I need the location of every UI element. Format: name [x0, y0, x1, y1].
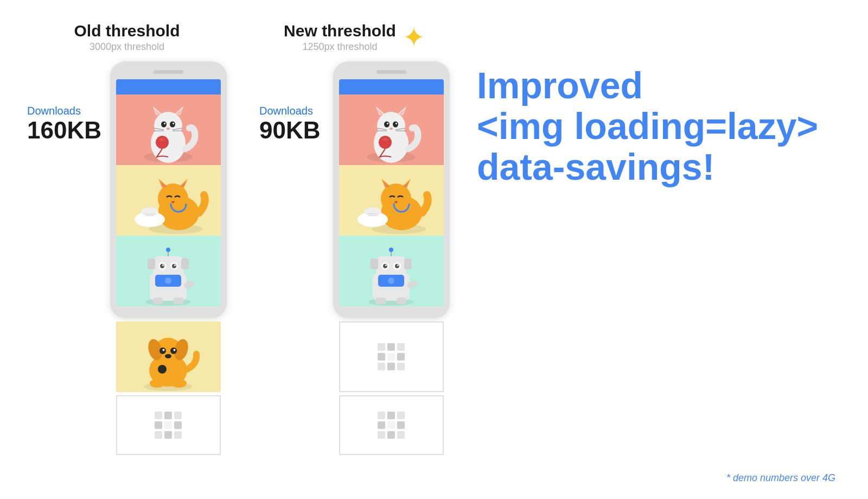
old-below-phone [116, 321, 221, 455]
svg-point-61 [150, 379, 165, 388]
svg-point-80 [382, 138, 388, 141]
new-cat2-svg [339, 165, 444, 236]
new-phone-screen [339, 79, 444, 306]
svg-point-62 [171, 379, 187, 388]
sparkle-icon: ✦ [403, 24, 425, 51]
new-download-size: 90KB [259, 117, 324, 143]
new-tile-cat2 [339, 165, 444, 236]
old-phone-area [110, 61, 227, 455]
svg-point-55 [159, 348, 166, 354]
new-loading-tile-2 [339, 395, 444, 455]
old-extra-tile-dog [116, 321, 221, 392]
svg-point-28 [141, 207, 158, 216]
new-tile-dog [339, 236, 444, 306]
phone-blue-bar [116, 79, 221, 94]
new-cat-svg [339, 94, 444, 165]
svg-point-88 [394, 201, 398, 203]
svg-point-16 [156, 136, 169, 149]
svg-point-65 [377, 112, 405, 140]
svg-rect-98 [371, 258, 378, 269]
new-download-info: Downloads 90KB [259, 61, 324, 143]
svg-point-105 [397, 264, 399, 266]
svg-point-73 [395, 123, 397, 124]
loading-spinner-new-2 [378, 412, 405, 439]
svg-point-74 [390, 128, 393, 130]
svg-point-104 [385, 264, 387, 266]
footnote: * demo numbers over 4G [726, 472, 835, 484]
old-threshold-title: Old threshold [74, 22, 180, 40]
svg-point-58 [173, 349, 175, 351]
svg-point-8 [170, 122, 175, 128]
loading-spinner-new-1 [378, 343, 405, 370]
new-phone-notch [376, 70, 406, 74]
svg-point-40 [172, 264, 176, 268]
svg-marker-23 [159, 181, 167, 187]
svg-rect-99 [404, 258, 412, 269]
new-threshold-text: New threshold 1250px threshold [284, 22, 396, 53]
svg-marker-24 [180, 181, 187, 187]
old-phone-group: Downloads 160KB [27, 61, 227, 455]
old-threshold-label: Old threshold 3000px threshold [74, 22, 180, 53]
dog2-svg [116, 321, 221, 392]
svg-point-56 [170, 348, 177, 354]
svg-marker-87 [403, 181, 410, 187]
svg-point-17 [159, 138, 165, 141]
new-phone-area [333, 61, 450, 455]
old-threshold-subtitle: 3000px threshold [74, 41, 180, 53]
svg-point-11 [167, 128, 170, 130]
svg-point-42 [174, 264, 176, 266]
headline: Improved <img loading=lazy> data-savings… [477, 65, 841, 187]
new-threshold-label: New threshold 1250px threshold ✦ [284, 22, 425, 53]
svg-point-44 [165, 277, 171, 284]
svg-point-103 [395, 264, 399, 268]
old-phone-shell [110, 61, 227, 318]
svg-point-70 [384, 122, 390, 128]
old-tile-cat [116, 94, 221, 165]
svg-point-10 [173, 123, 174, 124]
svg-marker-86 [382, 181, 390, 187]
new-download-label: Downloads [259, 105, 324, 117]
svg-point-7 [161, 122, 167, 128]
left-phone-section: Old threshold 3000px threshold Downloads… [27, 22, 227, 455]
dog-svg [116, 236, 221, 306]
old-download-size: 160KB [27, 117, 101, 143]
svg-point-49 [166, 248, 170, 252]
svg-point-39 [160, 264, 164, 268]
svg-rect-46 [174, 298, 183, 304]
svg-point-59 [165, 354, 171, 358]
new-phone-blue-bar [339, 79, 444, 94]
svg-point-112 [389, 248, 393, 252]
svg-point-107 [388, 277, 394, 284]
svg-point-60 [158, 365, 167, 374]
new-tile-cat [339, 94, 444, 165]
new-phone-shell [333, 61, 450, 318]
svg-rect-35 [148, 258, 155, 269]
headline-line1: Improved [477, 65, 841, 106]
old-tile-dog [116, 236, 221, 306]
svg-rect-36 [181, 258, 189, 269]
old-loading-tile [116, 395, 221, 455]
svg-point-41 [162, 264, 164, 266]
new-dog-svg [339, 236, 444, 306]
svg-point-9 [164, 123, 165, 124]
old-phone-screen [116, 79, 221, 306]
svg-point-57 [162, 349, 164, 351]
svg-rect-108 [376, 298, 386, 304]
new-phone-group: Downloads 90KB [259, 61, 450, 455]
new-loading-tile-1 [339, 321, 444, 392]
loading-spinner-old [155, 412, 182, 439]
right-phone-section: New threshold 1250px threshold ✦ Downloa… [259, 22, 450, 455]
svg-point-25 [171, 201, 175, 203]
svg-point-91 [364, 207, 381, 216]
new-threshold-subtitle: 1250px threshold [284, 41, 396, 53]
headline-line2: <img loading=lazy> [477, 106, 841, 147]
cat2-svg [116, 165, 221, 236]
new-threshold-title: New threshold [284, 22, 396, 40]
svg-point-2 [154, 112, 182, 140]
svg-point-72 [387, 123, 388, 124]
phone-notch [154, 70, 183, 74]
svg-point-71 [393, 122, 398, 128]
svg-point-79 [379, 136, 392, 149]
svg-point-102 [383, 264, 387, 268]
svg-rect-109 [397, 298, 406, 304]
